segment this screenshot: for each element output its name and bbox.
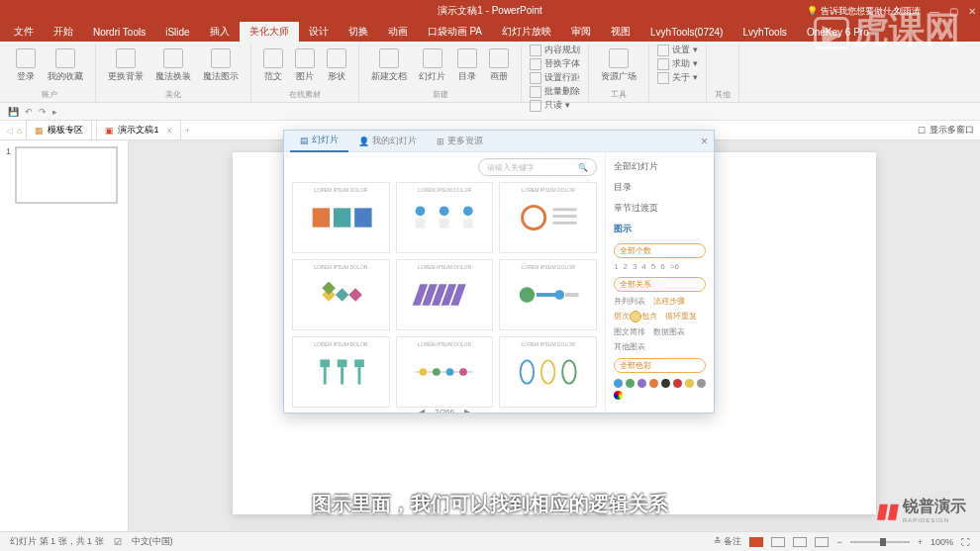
slideshow-view-icon[interactable] <box>815 537 829 547</box>
ribbon-tool[interactable]: 内容规划 <box>530 44 580 56</box>
ribbon-button[interactable]: 幻灯片 <box>415 44 449 87</box>
relation-filter[interactable]: 层次包含 <box>614 311 657 322</box>
dialog-tab[interactable]: ⊞更多资源 <box>427 131 493 151</box>
count-filter[interactable]: 4 <box>641 262 645 271</box>
ribbon-tab[interactable]: 开始 <box>44 22 83 42</box>
spellcheck-icon[interactable]: ☑ <box>114 537 122 547</box>
color-filter[interactable] <box>626 379 635 388</box>
ribbon-tab[interactable]: 视图 <box>601 22 640 42</box>
ribbon-tab[interactable]: LvyhTools(0724) <box>640 24 733 41</box>
ribbon-tab[interactable]: LvyhTools <box>733 24 796 41</box>
maximize-icon[interactable]: ▢ <box>949 6 958 17</box>
ribbon-button[interactable]: 新建文档 <box>367 44 411 87</box>
start-icon[interactable]: ▸ <box>52 107 57 117</box>
redo-icon[interactable]: ↷ <box>39 107 47 117</box>
count-filter[interactable]: 5 <box>651 262 655 271</box>
category-item[interactable]: 章节过渡页 <box>614 200 706 217</box>
search-input[interactable]: 请输入关键字 🔍 <box>478 158 597 176</box>
ribbon-tab[interactable]: 设计 <box>299 22 339 42</box>
dialog-tab[interactable]: 👤我的幻灯片 <box>348 131 427 151</box>
template-thumbnail[interactable]: LOREM IPSUM DOLOR <box>499 259 597 330</box>
slide-thumbnail[interactable] <box>15 146 118 204</box>
color-filter[interactable] <box>614 379 623 388</box>
reading-view-icon[interactable] <box>793 537 807 547</box>
prev-page-icon[interactable]: ◀ <box>419 408 425 413</box>
language[interactable]: 中文(中国) <box>132 535 173 548</box>
ribbon-button[interactable]: 我的收藏 <box>44 44 87 87</box>
ribbon-tool[interactable]: 只读 ▾ <box>530 99 570 112</box>
count-filter[interactable]: 2 <box>623 262 627 271</box>
tell-me[interactable]: 💡告诉我您想要做什么 <box>807 5 901 18</box>
relation-filter[interactable]: 流程步骤 <box>653 296 685 307</box>
dialog-close-icon[interactable]: × <box>701 135 708 148</box>
username[interactable]: 刘雨涛 <box>894 5 921 18</box>
ribbon-button[interactable]: 登录 <box>12 44 40 87</box>
notes-button[interactable]: ≛ 备注 <box>714 535 742 548</box>
sorter-view-icon[interactable] <box>771 537 785 547</box>
undo-icon[interactable]: ↶ <box>25 107 33 117</box>
ribbon-tool[interactable]: 替换字体 <box>530 57 580 70</box>
template-thumbnail[interactable]: LOREM IPSUM DOLOR <box>292 336 390 408</box>
dialog-tab[interactable]: ▤幻灯片 <box>290 130 348 152</box>
next-page-icon[interactable]: ▶ <box>464 408 470 413</box>
template-thumbnail[interactable]: LOREM IPSUM DOLOR <box>396 336 494 408</box>
ribbon-tab[interactable]: 插入 <box>200 22 240 42</box>
ribbon-tool[interactable]: 批量删除 <box>530 85 580 98</box>
ribbon-tab[interactable]: 审阅 <box>561 22 601 42</box>
ribbon-button[interactable]: 更换背景 <box>104 44 147 87</box>
ribbon-tab[interactable]: 动画 <box>378 22 418 42</box>
ribbon-tool[interactable]: 关于 ▾ <box>657 71 698 84</box>
template-thumbnail[interactable]: LOREM IPSUM DOLOR <box>396 259 494 330</box>
template-thumbnail[interactable]: LOREM IPSUM DOLOR <box>396 182 494 253</box>
normal-view-icon[interactable] <box>749 537 763 547</box>
zoom-out-icon[interactable]: − <box>836 537 841 547</box>
zoom-slider[interactable] <box>850 541 910 543</box>
template-thumbnail[interactable]: LOREM IPSUM DOLOR <box>292 182 390 253</box>
template-tab[interactable]: ▦模板专区 <box>26 120 92 140</box>
ribbon-button[interactable]: 形状 <box>323 44 350 87</box>
category-item[interactable]: 目录 <box>614 179 706 196</box>
ribbon-button[interactable]: 图片 <box>291 44 319 87</box>
ribbon-tab[interactable]: OneKey 6 Pro <box>797 24 879 41</box>
count-filter[interactable]: 6 <box>660 262 664 271</box>
tab-close-icon[interactable]: × <box>166 126 171 136</box>
ribbon-tab[interactable]: 幻灯片放映 <box>492 22 561 42</box>
relation-filter[interactable]: 循环重复 <box>665 311 697 322</box>
relation-filter[interactable]: 图文简排 <box>614 326 645 337</box>
ribbon-tool[interactable]: 设置行距 <box>530 71 580 84</box>
count-filter[interactable]: >6 <box>670 262 679 271</box>
zoom-level[interactable]: 100% <box>931 537 953 547</box>
ribbon-button[interactable]: 魔法换装 <box>151 44 195 87</box>
category-item[interactable]: 结束页 <box>614 410 706 413</box>
ribbon-button[interactable]: 魔法图示 <box>199 44 243 87</box>
add-tab-icon[interactable]: + <box>185 126 190 136</box>
count-filter[interactable]: 1 <box>614 262 618 271</box>
ribbon-tab[interactable]: 切换 <box>339 22 378 42</box>
color-filter[interactable] <box>661 379 670 388</box>
color-filter[interactable] <box>649 379 658 388</box>
fit-icon[interactable]: ⛶ <box>961 537 970 547</box>
ribbon-button[interactable]: 目录 <box>453 44 481 87</box>
ribbon-tab[interactable]: 文件 <box>4 22 44 42</box>
ribbon-tab[interactable]: Nordri Tools <box>83 24 155 41</box>
search-icon[interactable]: 🔍 <box>578 163 588 172</box>
template-thumbnail[interactable]: LOREM IPSUM DOLOR <box>499 182 597 253</box>
close-icon[interactable]: ✕ <box>968 6 976 17</box>
color-filter[interactable] <box>685 379 694 388</box>
save-icon[interactable]: 💾 <box>8 107 19 117</box>
category-item[interactable]: 全部幻灯片 <box>614 158 706 175</box>
ribbon-button[interactable]: 范文 <box>259 44 287 87</box>
color-filter-all[interactable] <box>614 391 623 400</box>
category-item[interactable]: 图示 <box>614 221 706 237</box>
count-filter[interactable]: 3 <box>633 262 637 271</box>
document-tab[interactable]: ▣演示文稿1× <box>96 120 180 140</box>
color-filter[interactable] <box>697 379 706 388</box>
ribbon-button[interactable]: 资源广场 <box>597 44 640 87</box>
minimize-icon[interactable]: — <box>930 6 939 17</box>
template-thumbnail[interactable]: LOREM IPSUM DOLOR <box>499 336 597 408</box>
ribbon-button[interactable]: 画册 <box>485 44 513 87</box>
ribbon-tool[interactable]: 求助 ▾ <box>657 57 698 70</box>
relation-filter[interactable]: 其他图表 <box>614 341 645 352</box>
color-filter[interactable] <box>673 379 682 388</box>
template-thumbnail[interactable]: LOREM IPSUM DOLOR <box>292 259 390 330</box>
